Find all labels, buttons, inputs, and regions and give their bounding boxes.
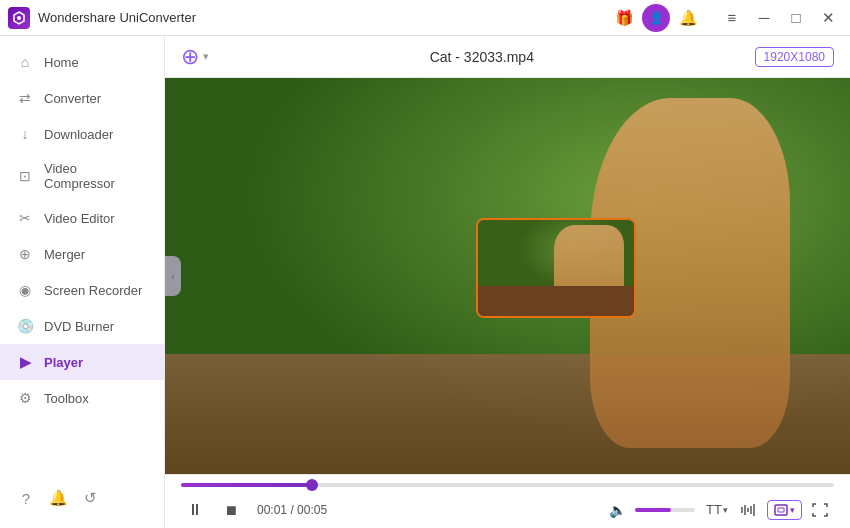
sidebar-item-screen-recorder[interactable]: ◉ Screen Recorder	[0, 272, 164, 308]
sidebar-item-label: Video Editor	[44, 211, 115, 226]
sidebar-item-label: Downloader	[44, 127, 113, 142]
volume-fill	[635, 508, 671, 512]
user-icon[interactable]: 👤	[642, 4, 670, 32]
record-icon: ◉	[16, 281, 34, 299]
progress-thumb[interactable]	[306, 479, 318, 491]
caption-chevron-icon: ▾	[723, 505, 728, 515]
sidebar-item-dvd-burner[interactable]: 💿 DVD Burner	[0, 308, 164, 344]
volume-track[interactable]	[635, 508, 695, 512]
screen-fit-chevron-icon: ▾	[790, 505, 795, 515]
video-area[interactable]: ‹	[165, 78, 850, 474]
downloader-icon: ↓	[16, 125, 34, 143]
collapse-sidebar-button[interactable]: ‹	[165, 256, 181, 296]
svg-rect-6	[775, 505, 787, 515]
sidebar-item-downloader[interactable]: ↓ Downloader	[0, 116, 164, 152]
thumbnail-inner	[478, 220, 634, 316]
add-file-icon: ⊕	[181, 44, 199, 70]
feedback-icon[interactable]: ↺	[80, 488, 100, 508]
notification-icon[interactable]: 🔔	[674, 4, 702, 32]
merger-icon: ⊕	[16, 245, 34, 263]
caption-icon[interactable]: TT ▾	[703, 496, 731, 524]
sidebar-bottom: ? 🔔 ↺	[0, 476, 164, 520]
converter-icon: ⇄	[16, 89, 34, 107]
right-controls: TT ▾	[703, 496, 834, 524]
help-icon[interactable]: ?	[16, 488, 36, 508]
player-filename: Cat - 32033.mp4	[221, 49, 743, 65]
sidebar-item-toolbox[interactable]: ⚙ Toolbox	[0, 380, 164, 416]
sidebar-item-converter[interactable]: ⇄ Converter	[0, 80, 164, 116]
sidebar-item-label: Toolbox	[44, 391, 89, 406]
audio-icon[interactable]	[735, 496, 763, 524]
minimize-icon[interactable]: ─	[750, 4, 778, 32]
menu-icon[interactable]: ≡	[718, 4, 746, 32]
sidebar: ⌂ Home ⇄ Converter ↓ Downloader ⊡ Video …	[0, 36, 165, 528]
bell-icon[interactable]: 🔔	[48, 488, 68, 508]
progress-bar-container[interactable]	[181, 475, 834, 491]
app-title: Wondershare UniConverter	[38, 10, 610, 25]
add-file-chevron-icon: ▾	[203, 50, 209, 63]
resolution-badge: 1920X1080	[755, 47, 834, 67]
sidebar-item-label: Video Compressor	[44, 161, 148, 191]
thumb-fence	[478, 286, 634, 316]
pause-button[interactable]: ⏸	[181, 496, 209, 524]
sidebar-item-video-editor[interactable]: ✂ Video Editor	[0, 200, 164, 236]
fullscreen-button[interactable]	[806, 496, 834, 524]
screen-fit-button[interactable]: ▾	[767, 500, 802, 520]
dvd-icon: 💿	[16, 317, 34, 335]
sidebar-item-player[interactable]: ▶ Player	[0, 344, 164, 380]
volume-area: 🔈	[603, 496, 695, 524]
svg-point-0	[17, 16, 21, 20]
time-separator: /	[290, 503, 293, 517]
svg-rect-7	[778, 508, 784, 512]
volume-icon[interactable]: 🔈	[603, 496, 631, 524]
home-icon: ⌂	[16, 53, 34, 71]
app-logo	[8, 7, 30, 29]
sidebar-item-label: Home	[44, 55, 79, 70]
content-area: ⊕ ▾ Cat - 32033.mp4 1920X1080 ‹	[165, 36, 850, 528]
main-layout: ⌂ Home ⇄ Converter ↓ Downloader ⊡ Video …	[0, 36, 850, 528]
sidebar-item-video-compressor[interactable]: ⊡ Video Compressor	[0, 152, 164, 200]
titlebar: Wondershare UniConverter 🎁 👤 🔔 ≡ ─ □ ✕	[0, 0, 850, 36]
total-time: 00:05	[297, 503, 327, 517]
add-file-button[interactable]: ⊕ ▾	[181, 44, 209, 70]
sidebar-item-label: Converter	[44, 91, 101, 106]
toolbox-icon: ⚙	[16, 389, 34, 407]
edit-icon: ✂	[16, 209, 34, 227]
player-header: ⊕ ▾ Cat - 32033.mp4 1920X1080	[165, 36, 850, 78]
maximize-icon[interactable]: □	[782, 4, 810, 32]
sidebar-item-label: Screen Recorder	[44, 283, 142, 298]
sidebar-item-label: Player	[44, 355, 83, 370]
controls-row: ⏸ ⏹ 00:01 / 00:05 🔈 TT ▾	[181, 491, 834, 528]
player-controls: ⏸ ⏹ 00:01 / 00:05 🔈 TT ▾	[165, 474, 850, 528]
compress-icon: ⊡	[16, 167, 34, 185]
sidebar-item-label: Merger	[44, 247, 85, 262]
close-icon[interactable]: ✕	[814, 4, 842, 32]
player-icon: ▶	[16, 353, 34, 371]
current-time: 00:01	[257, 503, 287, 517]
stop-button[interactable]: ⏹	[217, 496, 245, 524]
titlebar-actions: 🎁 👤 🔔 ≡ ─ □ ✕	[610, 4, 842, 32]
sidebar-item-label: DVD Burner	[44, 319, 114, 334]
time-display: 00:01 / 00:05	[257, 503, 327, 517]
sidebar-item-home[interactable]: ⌂ Home	[0, 44, 164, 80]
sidebar-item-merger[interactable]: ⊕ Merger	[0, 236, 164, 272]
gift-icon[interactable]: 🎁	[610, 4, 638, 32]
video-thumbnail-overlay	[476, 218, 636, 318]
progress-fill	[181, 483, 312, 487]
progress-track[interactable]	[181, 483, 834, 487]
